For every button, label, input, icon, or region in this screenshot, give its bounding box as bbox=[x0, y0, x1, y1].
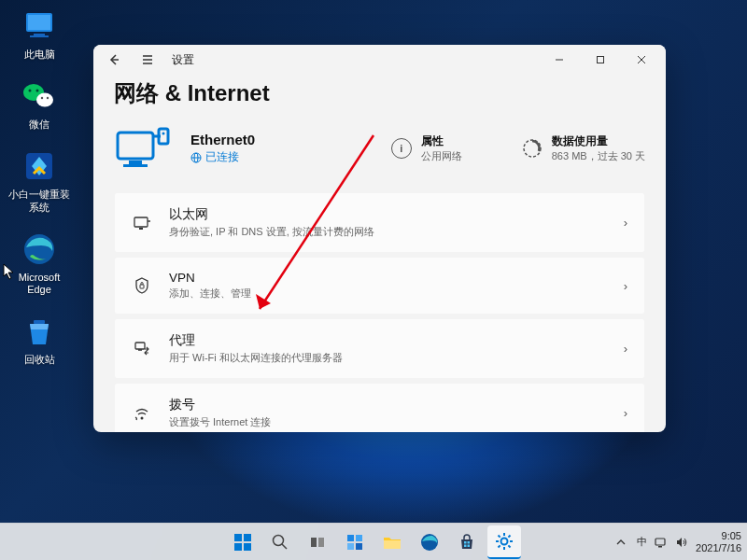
svg-point-40 bbox=[274, 535, 284, 545]
search-button[interactable] bbox=[263, 525, 297, 559]
svg-rect-1 bbox=[28, 15, 50, 30]
task-view-button[interactable] bbox=[301, 525, 334, 559]
setting-item-vpn[interactable]: VPN添加、连接、管理 › bbox=[114, 257, 645, 315]
svg-rect-25 bbox=[134, 217, 148, 227]
taskbar-center bbox=[226, 525, 521, 559]
file-explorer-icon bbox=[382, 532, 402, 553]
chevron-right-icon: › bbox=[624, 342, 627, 356]
maximize-button[interactable] bbox=[580, 45, 621, 75]
svg-rect-45 bbox=[356, 535, 362, 541]
svg-point-6 bbox=[29, 90, 32, 92]
svg-line-62 bbox=[508, 535, 510, 537]
window-controls bbox=[539, 45, 662, 75]
task-view-icon bbox=[308, 533, 327, 552]
desktop-icon-label: Microsoft Edge bbox=[19, 272, 61, 296]
desktop-icon-label: 微信 bbox=[29, 119, 49, 131]
ethernet-tray-icon bbox=[655, 536, 668, 549]
edge-taskbar-button[interactable] bbox=[413, 525, 446, 559]
properties-button[interactable]: i 属性 公用网络 bbox=[391, 133, 503, 163]
desktop-icon-this-pc[interactable]: 此电脑 bbox=[7, 7, 71, 61]
svg-rect-2 bbox=[34, 34, 45, 35]
svg-rect-63 bbox=[655, 539, 665, 545]
this-pc-icon bbox=[21, 7, 58, 45]
close-button[interactable] bbox=[621, 45, 662, 75]
back-button[interactable] bbox=[97, 45, 131, 75]
menu-button[interactable] bbox=[131, 45, 164, 75]
svg-point-7 bbox=[36, 90, 39, 92]
page-title: 网络 & Internet bbox=[114, 78, 645, 108]
taskbar: 中 9:05 2021/7/16 bbox=[0, 523, 747, 560]
svg-point-5 bbox=[36, 93, 53, 107]
minimize-icon bbox=[555, 55, 564, 64]
settings-taskbar-button[interactable] bbox=[487, 525, 521, 559]
search-icon bbox=[271, 533, 289, 552]
widgets-button[interactable] bbox=[338, 525, 372, 559]
titlebar: 设置 bbox=[93, 45, 666, 75]
svg-rect-26 bbox=[139, 228, 143, 230]
chevron-right-icon: › bbox=[624, 216, 627, 230]
desktop-icon-wechat[interactable]: 微信 bbox=[7, 77, 71, 131]
store-button[interactable] bbox=[450, 525, 484, 559]
svg-rect-47 bbox=[356, 543, 362, 550]
desktop-icon-label: 回收站 bbox=[24, 354, 55, 366]
connection-status-text: Ethernet0 已连接 bbox=[190, 132, 255, 165]
svg-rect-50 bbox=[464, 541, 467, 544]
data-usage-button[interactable]: 数据使用量 863 MB，过去 30 天 bbox=[522, 133, 645, 163]
desktop-icon-edge[interactable]: Microsoft Edge bbox=[7, 231, 71, 296]
svg-point-8 bbox=[41, 97, 43, 99]
recycle-bin-icon bbox=[21, 313, 58, 350]
svg-rect-3 bbox=[30, 35, 49, 37]
chevron-right-icon: › bbox=[624, 406, 627, 420]
network-tray-icon[interactable] bbox=[655, 536, 668, 549]
svg-rect-64 bbox=[658, 546, 662, 548]
desktop-icon-recycle-bin[interactable]: 回收站 bbox=[7, 313, 71, 366]
setting-item-ethernet[interactable]: 以太网身份验证, IP 和 DNS 设置, 按流量计费的网络 › bbox=[114, 192, 645, 253]
setting-item-proxy[interactable]: 代理用于 Wi-Fi 和以太网连接的代理服务器 › bbox=[114, 318, 645, 379]
svg-rect-15 bbox=[118, 133, 153, 159]
svg-rect-19 bbox=[159, 129, 168, 144]
svg-rect-28 bbox=[140, 285, 144, 288]
setting-sub: 身份验证, IP 和 DNS 设置, 按流量计费的网络 bbox=[169, 225, 607, 239]
setting-item-dialup[interactable]: 拨号设置拨号 Internet 连接 › bbox=[114, 383, 645, 432]
clock[interactable]: 9:05 2021/7/16 bbox=[696, 530, 741, 553]
setting-title: 代理 bbox=[169, 332, 607, 349]
xiaobai-icon bbox=[21, 147, 58, 185]
ethernet-icon bbox=[132, 213, 152, 233]
widgets-icon bbox=[345, 533, 364, 552]
properties-title: 属性 bbox=[421, 133, 462, 149]
start-button[interactable] bbox=[226, 525, 260, 559]
svg-rect-12 bbox=[34, 320, 45, 324]
desktop-icon-xiaobai[interactable]: 小白一键重装 系统 bbox=[7, 147, 71, 213]
data-usage-sub: 863 MB，过去 30 天 bbox=[552, 149, 645, 163]
svg-rect-42 bbox=[311, 538, 317, 547]
chevron-right-icon: › bbox=[624, 279, 627, 293]
connection-status-row: Ethernet0 已连接 i 属性 公用网络 数据使用量 bbox=[114, 123, 645, 174]
wechat-icon bbox=[21, 77, 58, 115]
setting-title: 拨号 bbox=[169, 397, 607, 413]
settings-list: 以太网身份验证, IP 和 DNS 设置, 按流量计费的网络 › VPN添加、连… bbox=[114, 192, 645, 432]
tray-overflow-button[interactable] bbox=[613, 534, 629, 551]
proxy-icon bbox=[132, 339, 152, 359]
svg-point-20 bbox=[162, 133, 165, 135]
minimize-button[interactable] bbox=[539, 45, 580, 75]
ime-indicator[interactable]: 中 bbox=[637, 535, 647, 549]
system-tray: 中 9:05 2021/7/16 bbox=[613, 530, 741, 553]
globe-icon bbox=[190, 152, 202, 163]
connection-state: 已连接 bbox=[190, 149, 255, 165]
speaker-icon bbox=[675, 536, 688, 549]
volume-tray-icon[interactable] bbox=[675, 536, 688, 549]
properties-sub: 公用网络 bbox=[421, 149, 462, 163]
svg-rect-37 bbox=[244, 534, 251, 541]
svg-point-9 bbox=[47, 97, 49, 99]
time: 9:05 bbox=[696, 530, 741, 542]
svg-rect-48 bbox=[384, 540, 401, 549]
settings-content: 网络 & Internet Ethernet0 已连接 i 属性 公用网络 bbox=[93, 75, 666, 432]
connection-pc-icon bbox=[114, 123, 172, 174]
setting-sub: 设置拨号 Internet 连接 bbox=[169, 415, 607, 429]
info-icon: i bbox=[391, 138, 412, 159]
chevron-up-icon bbox=[616, 538, 626, 547]
date: 2021/7/16 bbox=[696, 542, 741, 554]
svg-line-60 bbox=[508, 545, 510, 547]
file-explorer-button[interactable] bbox=[375, 525, 409, 559]
desktop-icon-label: 小白一键重装 系统 bbox=[8, 189, 70, 213]
